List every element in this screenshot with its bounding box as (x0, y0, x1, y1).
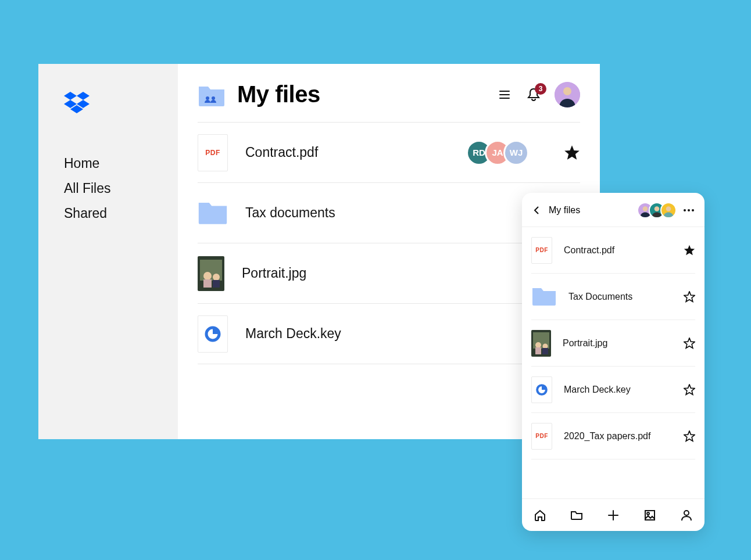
sidebar-item-all-files[interactable]: All Files (38, 176, 178, 201)
file-name: Tax Documents (568, 292, 684, 302)
svg-point-22 (666, 206, 671, 211)
tab-account-icon[interactable] (679, 508, 694, 523)
pdf-file-icon: PDF (531, 237, 552, 264)
notification-bell-icon[interactable]: 3 (525, 87, 542, 103)
page-title: My files (237, 81, 496, 107)
pdf-file-icon: PDF (198, 134, 228, 171)
tab-add-icon[interactable] (606, 508, 621, 523)
pdf-file-icon: PDF (531, 423, 552, 450)
svg-point-17 (213, 274, 220, 281)
photo-thumbnail-icon (531, 330, 551, 357)
shared-folder-icon (198, 83, 226, 106)
keynote-file-icon (198, 315, 228, 353)
mobile-tabbar (522, 498, 704, 531)
file-name: Contract.pdf (245, 145, 466, 160)
svg-marker-34 (684, 338, 695, 348)
svg-point-42 (684, 511, 689, 515)
tab-home-icon[interactable] (532, 508, 548, 523)
desktop-window: Home All Files Shared My files (38, 64, 600, 439)
svg-marker-0 (64, 92, 77, 100)
user-avatar[interactable] (555, 82, 580, 107)
file-row[interactable]: Tax Documents (531, 274, 695, 320)
sidebar-nav: Home All Files Shared (38, 151, 178, 226)
star-icon[interactable] (684, 291, 695, 303)
mobile-panel: My files PDF Contract.pdf Tax Documents … (522, 193, 704, 531)
photo-thumbnail-icon (198, 256, 224, 291)
tab-files-icon[interactable] (569, 508, 584, 523)
svg-point-20 (643, 206, 648, 211)
svg-marker-36 (684, 384, 695, 394)
svg-point-24 (688, 209, 690, 211)
svg-rect-18 (213, 280, 220, 288)
back-chevron-icon[interactable] (531, 204, 543, 216)
svg-marker-12 (564, 145, 580, 159)
svg-rect-40 (645, 511, 655, 520)
svg-point-23 (684, 209, 686, 211)
svg-point-25 (692, 209, 694, 211)
star-icon[interactable] (684, 384, 695, 396)
star-icon[interactable] (564, 145, 580, 161)
file-name: Portrait.jpg (563, 338, 684, 349)
folder-icon (531, 285, 557, 308)
mobile-shared-avatars[interactable] (637, 202, 677, 218)
sidebar-item-home[interactable]: Home (38, 151, 178, 176)
folder-icon (198, 198, 228, 228)
avatar-chip: WJ (503, 140, 529, 166)
file-row[interactable]: PDF Contract.pdf (531, 227, 695, 274)
avatar (660, 202, 677, 218)
svg-point-21 (655, 206, 660, 211)
svg-point-15 (203, 272, 212, 280)
svg-point-5 (206, 96, 209, 100)
sidebar-item-shared[interactable]: Shared (38, 201, 178, 226)
file-name: Contract.pdf (564, 245, 684, 256)
file-row[interactable]: PDF 2020_Tax papers.pdf (531, 413, 695, 460)
file-name: March Deck.key (564, 385, 684, 395)
sidebar: Home All Files Shared (38, 64, 178, 439)
star-icon[interactable] (684, 338, 695, 349)
svg-rect-16 (203, 279, 212, 288)
mobile-file-list: PDF Contract.pdf Tax Documents Portrait.… (522, 227, 704, 498)
svg-marker-37 (684, 430, 695, 441)
mobile-header: My files (522, 193, 704, 227)
svg-marker-1 (77, 92, 90, 100)
svg-marker-27 (684, 291, 695, 301)
mobile-title: My files (549, 205, 637, 216)
file-name: 2020_Tax papers.pdf (564, 431, 684, 441)
star-icon[interactable] (684, 430, 695, 442)
tab-photos-icon[interactable] (642, 508, 657, 523)
file-row[interactable]: PDF Contract.pdf RD JA WJ (198, 123, 580, 183)
shared-avatars[interactable]: RD JA WJ (466, 140, 529, 166)
notification-count-badge: 3 (535, 83, 546, 95)
svg-marker-26 (684, 245, 695, 255)
header-actions: 3 (496, 82, 580, 107)
more-options-icon[interactable] (682, 204, 695, 217)
svg-point-11 (563, 87, 571, 95)
file-row[interactable]: Portrait.jpg (531, 320, 695, 367)
file-row[interactable]: March Deck.key (531, 367, 695, 413)
svg-rect-33 (542, 348, 548, 354)
svg-point-6 (212, 96, 215, 100)
main-header: My files 3 (178, 81, 600, 122)
keynote-file-icon (531, 376, 552, 403)
svg-point-41 (647, 512, 649, 515)
star-icon[interactable] (684, 245, 695, 256)
dropbox-logo-icon[interactable] (64, 92, 178, 116)
list-view-icon[interactable] (496, 87, 513, 103)
svg-point-30 (535, 342, 541, 348)
svg-rect-31 (535, 347, 541, 354)
